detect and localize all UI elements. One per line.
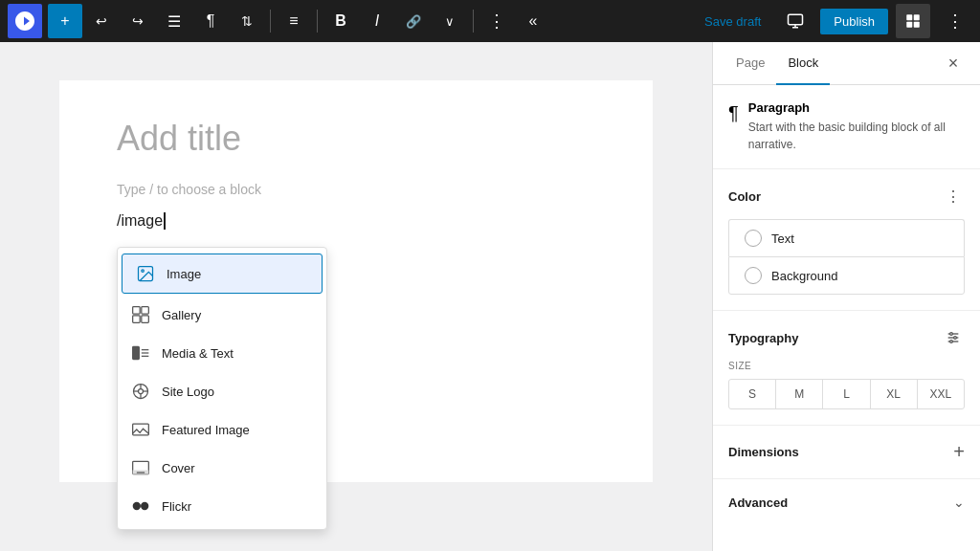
- options-button[interactable]: ⋮: [479, 4, 514, 38]
- svg-rect-13: [133, 346, 140, 359]
- preview-button[interactable]: [778, 4, 813, 38]
- editor-area[interactable]: Add title Type / to choose a block /imag…: [0, 42, 712, 551]
- dropdown-item-featured-image[interactable]: Featured Image: [118, 410, 326, 449]
- color-section-header: Color ⋮: [728, 185, 965, 208]
- editor-typed-text[interactable]: /image: [117, 212, 163, 230]
- list-view-button[interactable]: ☰: [157, 4, 191, 38]
- link-button[interactable]: 🔗: [396, 4, 431, 38]
- svg-rect-11: [133, 316, 141, 323]
- block-info-text: Paragraph Start with the basic building …: [748, 100, 965, 153]
- tab-block[interactable]: Block: [776, 42, 830, 85]
- block-info-section: ¶ Paragraph Start with the basic buildin…: [713, 85, 980, 169]
- save-draft-button[interactable]: Save draft: [695, 9, 770, 34]
- typography-section: Typography SIZE S M L XL: [713, 311, 980, 426]
- editor-title-placeholder[interactable]: Add title: [117, 119, 595, 159]
- dimensions-section-title: Dimensions: [728, 445, 799, 459]
- cover-icon: [129, 456, 152, 479]
- block-dropdown: Image Gallery: [117, 247, 327, 530]
- monitor-icon: [787, 12, 804, 30]
- block-info-title: Paragraph: [748, 100, 965, 115]
- svg-point-28: [141, 502, 148, 510]
- dropdown-item-cover[interactable]: Cover: [118, 449, 326, 487]
- svg-point-27: [133, 502, 141, 510]
- featured-image-icon: [129, 418, 152, 441]
- flickr-icon: [129, 495, 152, 518]
- dropdown-item-site-logo-label: Site Logo: [162, 385, 214, 399]
- settings-icon: [904, 12, 922, 30]
- advanced-section: Advanced ⌄: [713, 479, 980, 525]
- color-more-button[interactable]: ⋮: [942, 185, 965, 208]
- settings-button[interactable]: [896, 4, 930, 38]
- add-block-button[interactable]: +: [48, 4, 82, 38]
- paragraph-block-icon: ¶: [728, 102, 739, 124]
- color-text-option[interactable]: Text: [728, 219, 965, 256]
- toolbar-divider-1: [270, 10, 271, 33]
- more-rich-button[interactable]: ∨: [433, 4, 467, 38]
- color-text-label: Text: [771, 231, 794, 246]
- undo-button[interactable]: ↩: [84, 4, 119, 38]
- svg-point-18: [139, 389, 144, 394]
- advanced-toggle-button[interactable]: ⌄: [953, 495, 965, 510]
- paragraph-button[interactable]: ¶: [193, 4, 228, 38]
- svg-rect-3: [906, 14, 912, 20]
- svg-point-34: [950, 341, 953, 343]
- dropdown-item-image[interactable]: Image: [122, 253, 323, 294]
- publish-button[interactable]: Publish: [820, 9, 888, 34]
- sidebar-close-button[interactable]: ×: [938, 48, 969, 78]
- size-xxl[interactable]: XXL: [918, 380, 964, 408]
- size-l[interactable]: L: [823, 380, 870, 408]
- dropdown-item-flickr-label: Flickr: [162, 499, 191, 514]
- redo-button[interactable]: ↪: [121, 4, 155, 38]
- dimensions-add-button[interactable]: +: [953, 441, 965, 463]
- toolbar-divider-3: [473, 10, 474, 33]
- color-options: Text Background: [728, 219, 965, 295]
- toolbar-divider-2: [317, 10, 318, 33]
- color-background-radio[interactable]: [745, 267, 762, 284]
- typography-section-title: Typography: [728, 331, 798, 345]
- dropdown-item-media-text-label: Media & Text: [162, 346, 234, 361]
- sidebar: Page Block × ¶ Paragraph Start with the …: [712, 42, 980, 551]
- size-label: SIZE: [728, 361, 965, 371]
- color-text-radio[interactable]: [745, 230, 762, 247]
- dropdown-item-gallery[interactable]: Gallery: [118, 296, 326, 334]
- align-button[interactable]: ≡: [277, 4, 311, 38]
- media-text-icon: [129, 342, 152, 364]
- italic-button[interactable]: I: [360, 4, 394, 38]
- svg-point-8: [142, 270, 145, 273]
- dropdown-item-flickr[interactable]: Flickr: [118, 487, 326, 525]
- wp-logo-icon: [13, 10, 36, 33]
- block-info-description: Start with the basic building block of a…: [748, 119, 965, 153]
- dropdown-item-cover-label: Cover: [162, 461, 195, 475]
- typography-section-header: Typography: [728, 326, 965, 349]
- collapse-button[interactable]: «: [516, 4, 550, 38]
- tab-page[interactable]: Page: [724, 42, 776, 85]
- editor-content-placeholder[interactable]: Type / to choose a block: [117, 182, 595, 197]
- dimensions-section: Dimensions +: [713, 426, 980, 479]
- sidebar-tabs: Page Block ×: [713, 42, 980, 85]
- size-m[interactable]: M: [776, 380, 823, 408]
- typography-more-button[interactable]: [942, 326, 965, 349]
- sliders-icon: [946, 330, 961, 345]
- move-button[interactable]: ⇅: [230, 4, 264, 38]
- more-options-button[interactable]: ⋮: [938, 4, 972, 38]
- dropdown-item-media-text[interactable]: Media & Text: [118, 334, 326, 372]
- color-background-option[interactable]: Background: [728, 256, 965, 295]
- site-logo-icon: [129, 380, 152, 403]
- svg-rect-9: [133, 307, 141, 315]
- advanced-section-title: Advanced: [728, 496, 788, 510]
- color-background-label: Background: [771, 269, 837, 283]
- svg-point-33: [954, 337, 957, 340]
- main-layout: Add title Type / to choose a block /imag…: [0, 42, 980, 551]
- dropdown-item-site-logo[interactable]: Site Logo: [118, 372, 326, 410]
- dropdown-item-gallery-label: Gallery: [162, 308, 201, 322]
- wp-logo[interactable]: [8, 4, 42, 38]
- svg-point-32: [950, 333, 953, 336]
- dropdown-item-featured-image-label: Featured Image: [162, 423, 250, 437]
- svg-rect-23: [133, 424, 149, 435]
- svg-rect-12: [142, 316, 149, 323]
- gallery-icon: [129, 303, 152, 326]
- size-s[interactable]: S: [729, 380, 776, 408]
- bold-button[interactable]: B: [323, 4, 358, 38]
- svg-rect-10: [142, 307, 149, 315]
- size-xl[interactable]: XL: [871, 380, 918, 408]
